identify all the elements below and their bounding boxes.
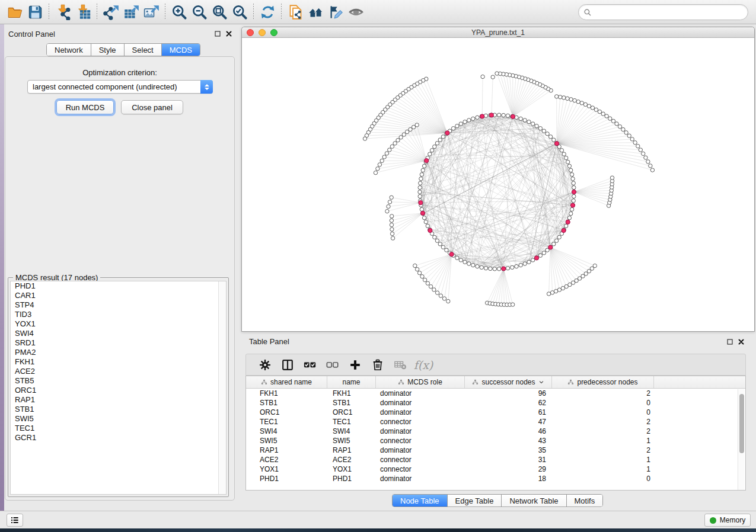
mcds-result-item[interactable]: SWI4: [11, 329, 226, 338]
import-table-icon[interactable]: [73, 2, 93, 21]
mcds-hub-node[interactable]: [445, 131, 449, 135]
network-canvas[interactable]: [242, 38, 754, 331]
network-node[interactable]: [495, 72, 499, 75]
first-neighbors-icon[interactable]: [305, 2, 326, 21]
network-node[interactable]: [591, 106, 594, 110]
optimization-criterion-dropdown[interactable]: largest connected component (undirected): [27, 80, 213, 94]
close-panel-icon[interactable]: [225, 30, 232, 37]
mcds-hub-node[interactable]: [554, 142, 559, 146]
refresh-icon[interactable]: [257, 2, 277, 21]
tab-select[interactable]: Select: [125, 44, 162, 56]
network-node[interactable]: [531, 258, 535, 262]
network-node[interactable]: [396, 139, 400, 142]
network-node[interactable]: [429, 285, 432, 289]
network-node[interactable]: [527, 260, 531, 264]
network-node[interactable]: [471, 263, 475, 267]
network-node[interactable]: [390, 219, 393, 222]
network-node[interactable]: [570, 207, 573, 211]
network-node[interactable]: [476, 265, 479, 268]
network-node[interactable]: [555, 95, 559, 98]
network-node[interactable]: [621, 127, 625, 131]
column-header-MCDS-role[interactable]: MCDS role: [376, 376, 465, 388]
search-input[interactable]: [592, 7, 748, 18]
network-node[interactable]: [567, 164, 571, 168]
table-settings-icon[interactable]: [254, 357, 276, 373]
network-node[interactable]: [420, 207, 423, 211]
network-node[interactable]: [446, 299, 450, 303]
network-node[interactable]: [562, 96, 566, 100]
network-node[interactable]: [644, 156, 647, 159]
network-node[interactable]: [390, 214, 394, 218]
network-node[interactable]: [560, 149, 563, 152]
network-node[interactable]: [547, 292, 550, 296]
network-node[interactable]: [642, 152, 645, 155]
network-node[interactable]: [624, 131, 628, 134]
network-node[interactable]: [391, 236, 394, 240]
network-node[interactable]: [435, 239, 439, 242]
network-node[interactable]: [531, 122, 535, 126]
network-node[interactable]: [567, 216, 571, 220]
network-node[interactable]: [463, 120, 467, 124]
table-scrollbar-thumb[interactable]: [739, 394, 744, 453]
mcds-hub-node[interactable]: [502, 267, 506, 271]
select-all-icon[interactable]: [299, 357, 321, 373]
network-node[interactable]: [557, 288, 561, 291]
network-node[interactable]: [564, 224, 568, 227]
network-node[interactable]: [523, 262, 527, 265]
network-node[interactable]: [554, 289, 557, 293]
table-row[interactable]: SWI5SWI5connector431: [246, 436, 745, 446]
export-network-icon[interactable]: [101, 2, 121, 21]
network-node[interactable]: [412, 125, 415, 129]
zoom-out-icon[interactable]: [189, 2, 209, 21]
network-node[interactable]: [493, 267, 496, 271]
mcds-hub-node[interactable]: [425, 159, 429, 163]
network-node[interactable]: [569, 168, 573, 172]
network-node[interactable]: [413, 264, 417, 267]
zoom-in-icon[interactable]: [169, 2, 189, 21]
network-node[interactable]: [630, 137, 634, 141]
add-column-icon[interactable]: [344, 357, 366, 373]
network-node[interactable]: [519, 263, 522, 267]
network-node[interactable]: [569, 211, 573, 215]
search-box[interactable]: [578, 4, 748, 20]
network-node[interactable]: [633, 141, 637, 145]
network-node[interactable]: [571, 177, 575, 181]
float-panel-icon[interactable]: [213, 30, 221, 37]
network-node[interactable]: [511, 303, 515, 306]
network-node[interactable]: [393, 142, 397, 145]
network-node[interactable]: [497, 267, 501, 271]
network-node[interactable]: [435, 291, 439, 294]
annotation-icon[interactable]: [326, 2, 346, 21]
network-node[interactable]: [519, 117, 522, 120]
network-node[interactable]: [502, 113, 505, 117]
network-node[interactable]: [506, 267, 509, 270]
network-node[interactable]: [380, 159, 384, 162]
network-node[interactable]: [418, 185, 422, 189]
mcds-result-item[interactable]: YOX1: [11, 319, 226, 329]
network-node[interactable]: [455, 124, 459, 128]
table-row[interactable]: PHD1PHD1dominator180: [246, 474, 745, 483]
mcds-hub-node[interactable]: [480, 114, 484, 118]
clone-network-icon[interactable]: [285, 2, 305, 21]
tab-network[interactable]: Network: [47, 44, 91, 56]
network-node[interactable]: [471, 117, 475, 120]
tab-node-table[interactable]: Node Table: [393, 495, 448, 507]
network-node[interactable]: [390, 196, 393, 199]
mcds-result-item[interactable]: ACE2: [11, 367, 226, 376]
mcds-result-item[interactable]: STP4: [11, 300, 226, 310]
network-node[interactable]: [552, 138, 556, 142]
network-window-titlebar[interactable]: YPA_prune.txt_1: [242, 27, 754, 38]
table-row[interactable]: STB1STB1dominator620: [246, 398, 745, 408]
network-node[interactable]: [399, 136, 403, 139]
deselect-all-icon[interactable]: [321, 357, 344, 373]
network-node[interactable]: [419, 181, 422, 185]
network-node[interactable]: [527, 120, 531, 124]
network-node[interactable]: [608, 117, 612, 120]
network-node[interactable]: [421, 168, 425, 172]
network-node[interactable]: [459, 122, 462, 126]
network-node[interactable]: [511, 265, 514, 269]
network-node[interactable]: [390, 145, 394, 148]
network-node[interactable]: [583, 102, 587, 106]
network-node[interactable]: [639, 148, 642, 152]
mcds-hub-node[interactable]: [534, 256, 538, 260]
